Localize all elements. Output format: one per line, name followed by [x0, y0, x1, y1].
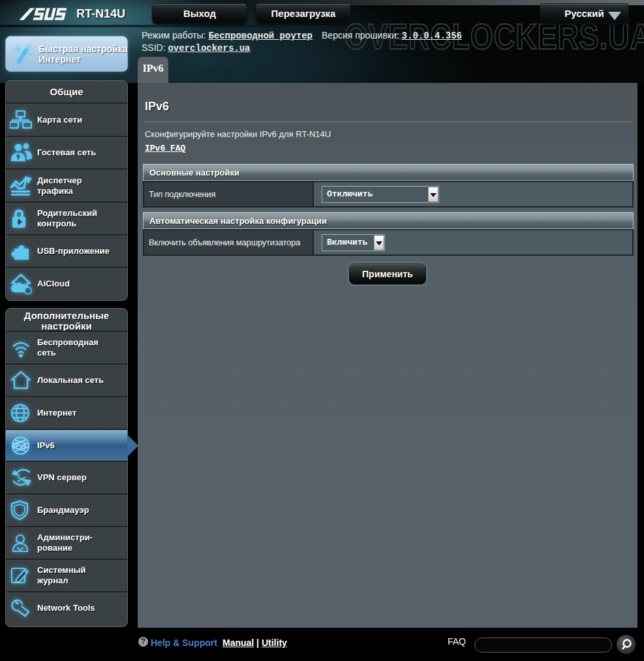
svg-text:IPv6: IPv6 — [14, 442, 27, 449]
